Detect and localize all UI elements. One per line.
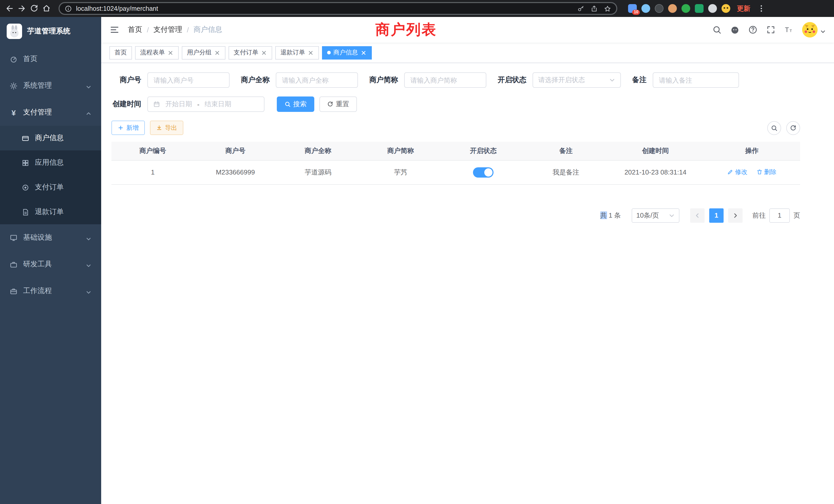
address-bar[interactable]: localhost:1024/pay/merchant (59, 2, 617, 15)
browser-update-button[interactable]: 更新 (737, 4, 750, 13)
sidebar-item-dev-tools[interactable]: 研发工具 (0, 251, 101, 278)
hamburger-icon[interactable] (109, 25, 120, 35)
sidebar-item-workflow[interactable]: 工作流程 (0, 278, 101, 304)
col-remark: 备注 (525, 142, 607, 160)
cell-remark: 我是备注 (525, 160, 607, 184)
sidebar-item-payment[interactable]: ¥ 支付管理 (0, 99, 101, 126)
extension-pin-icon[interactable] (641, 4, 650, 13)
chevron-down-icon (86, 261, 91, 267)
next-page-button[interactable] (728, 208, 743, 223)
sidebar-item-home[interactable]: 首页 (0, 46, 101, 72)
page-size-select[interactable]: 10条/页 (632, 208, 679, 223)
home-icon[interactable] (42, 4, 51, 13)
breadcrumb-payment[interactable]: 支付管理 (154, 25, 182, 35)
merchant-no-label: 商户号 (111, 75, 141, 85)
dashboard-icon (10, 55, 18, 63)
chevron-down-icon (86, 288, 91, 294)
extension-smiley-icon[interactable] (722, 4, 730, 13)
page-content: 商户号 商户全称 商户简称 开启状态 请选择开启状态 (101, 63, 834, 504)
chevron-up-icon (86, 110, 91, 115)
help-icon[interactable] (748, 25, 758, 35)
breadcrumb-home[interactable]: 首页 (128, 25, 142, 35)
table-row: 1 M233666999 芋道源码 芋艿 我是备注 2021-10-23 08:… (111, 160, 800, 184)
tab-pay-order[interactable]: 支付订单 (228, 46, 272, 59)
github-icon[interactable] (730, 25, 740, 35)
back-icon[interactable] (5, 4, 14, 13)
extension-green-circle-icon[interactable] (681, 4, 690, 13)
col-short-name: 商户简称 (359, 142, 442, 160)
add-button[interactable]: 新增 (111, 121, 145, 135)
sidebar-item-merchant-info[interactable]: 商户信息 (0, 126, 101, 151)
delete-link[interactable]: 删除 (756, 168, 776, 177)
reset-button-label: 重置 (336, 99, 349, 109)
tab-process-form[interactable]: 流程表单 (135, 46, 179, 59)
yen-icon: ¥ (10, 108, 18, 117)
target-icon (22, 183, 29, 191)
calendar-icon (153, 100, 160, 108)
caret-down-icon (820, 27, 826, 32)
sidebar-item-system[interactable]: 系统管理 (0, 72, 101, 99)
status-toggle[interactable] (473, 167, 493, 177)
goto-page-input[interactable] (769, 208, 790, 223)
toggle-search-button[interactable] (767, 121, 781, 135)
date-range-picker[interactable]: 开始日期 - 结束日期 (147, 96, 264, 112)
close-icon[interactable] (261, 49, 267, 56)
pagination: 共 1 条 10条/页 1 前往 页 (111, 208, 800, 223)
page-info-icon[interactable] (65, 5, 72, 12)
status-select[interactable]: 请选择开启状态 (532, 72, 621, 88)
merchant-name-input[interactable] (276, 72, 358, 88)
merchant-no-input[interactable] (147, 72, 229, 88)
close-icon[interactable] (308, 49, 314, 56)
search-icon (285, 101, 291, 107)
sidebar-item-refund-order[interactable]: 退款订单 (0, 200, 101, 224)
close-icon[interactable] (168, 49, 174, 56)
kebab-menu-icon[interactable] (757, 4, 766, 13)
close-icon[interactable] (360, 49, 367, 56)
tab-merchant-info[interactable]: 商户信息 (322, 46, 372, 59)
page-1-button[interactable]: 1 (709, 208, 724, 223)
merchant-short-input[interactable] (404, 72, 486, 88)
bookmark-star-icon[interactable] (604, 5, 611, 12)
col-full-name: 商户全称 (277, 142, 359, 160)
sidebar-item-label: 系统管理 (23, 81, 80, 90)
col-actions: 操作 (704, 142, 800, 160)
extension-dark-icon[interactable] (655, 4, 663, 13)
add-button-label: 新增 (126, 123, 139, 132)
export-button[interactable]: 导出 (150, 121, 183, 135)
sidebar-item-infrastructure[interactable]: 基础设施 (0, 224, 101, 251)
col-status: 开启状态 (442, 142, 525, 160)
extension-person-icon[interactable] (708, 4, 717, 13)
cell-merchant-no: M233666999 (194, 160, 277, 184)
tab-home[interactable]: 首页 (109, 46, 132, 59)
status-select-placeholder: 请选择开启状态 (538, 75, 585, 85)
close-icon[interactable] (214, 49, 220, 56)
chevron-down-icon (609, 77, 615, 83)
fullscreen-icon[interactable] (766, 25, 775, 35)
font-size-icon[interactable]: TT (784, 25, 793, 35)
extension-green-doc-icon[interactable] (695, 4, 704, 13)
payment-submenu: 商户信息 应用信息 支付订单 退款订单 (0, 126, 101, 224)
plus-icon (117, 125, 124, 131)
refresh-table-button[interactable] (786, 121, 800, 135)
tab-refund-order[interactable]: 退款订单 (275, 46, 319, 59)
page-jumper: 前往 页 (752, 208, 800, 223)
sidebar-logo[interactable]: 芋道管理系统 (0, 17, 101, 46)
extension-puzzle-icon[interactable]: 10 (628, 4, 637, 13)
forward-icon[interactable] (18, 4, 26, 13)
breadcrumb-separator: / (187, 26, 189, 34)
sidebar-item-app-info[interactable]: 应用信息 (0, 151, 101, 175)
password-key-icon[interactable] (577, 5, 585, 12)
briefcase-icon (10, 287, 18, 295)
sidebar-item-pay-order[interactable]: 支付订单 (0, 175, 101, 200)
search-button[interactable]: 搜索 (277, 96, 314, 112)
extension-avatar-icon[interactable] (668, 4, 677, 13)
edit-link[interactable]: 修改 (727, 168, 747, 177)
user-menu[interactable] (802, 22, 826, 38)
reset-button[interactable]: 重置 (320, 96, 357, 112)
reload-icon[interactable] (30, 4, 39, 13)
share-icon[interactable] (591, 5, 598, 12)
search-icon[interactable] (712, 25, 722, 35)
prev-page-button[interactable] (690, 208, 705, 223)
remark-input[interactable] (653, 72, 739, 88)
tab-user-group[interactable]: 用户分组 (182, 46, 225, 59)
